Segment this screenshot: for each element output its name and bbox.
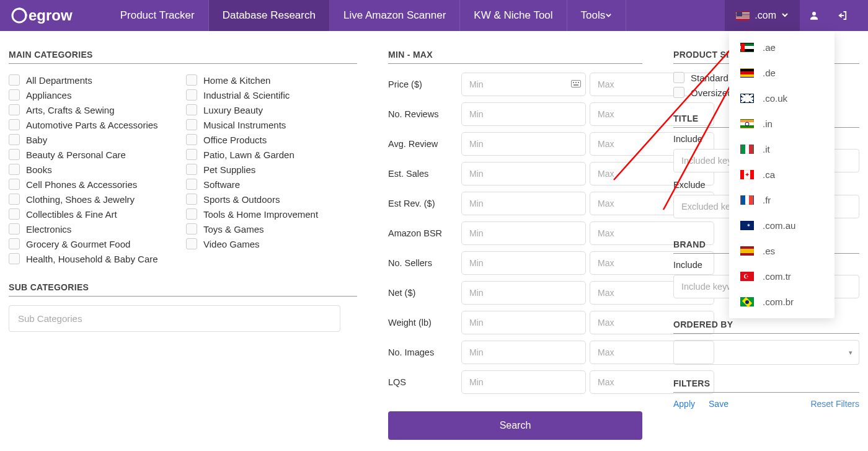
category-checkbox-item[interactable]: Sports & Outdoors — [186, 192, 357, 207]
nav-item[interactable]: Tools — [567, 0, 627, 31]
category-checkbox-item[interactable]: Office Products — [186, 132, 357, 147]
minmax-row: Weight (lb) — [388, 311, 642, 334]
min-input[interactable] — [461, 192, 586, 215]
checkbox-icon — [9, 149, 20, 160]
category-checkbox-item[interactable]: Tools & Home Improvement — [186, 207, 357, 221]
min-input[interactable] — [461, 102, 586, 126]
minmax-row: No. Reviews — [388, 102, 642, 126]
minmax-label: No. Images — [388, 347, 456, 357]
ordered-by-select[interactable]: ▾ — [673, 340, 859, 365]
minmax-label: Avg. Review — [388, 139, 456, 149]
checkbox-icon — [673, 87, 684, 98]
domain-option[interactable]: .it — [729, 136, 835, 162]
min-input[interactable] — [461, 370, 586, 394]
checkbox-icon — [9, 89, 20, 100]
category-checkbox-item[interactable]: Books — [9, 162, 180, 177]
domain-option-label: .co.uk — [763, 93, 787, 104]
domain-selector[interactable]: .com — [725, 0, 800, 31]
min-input[interactable] — [461, 251, 586, 275]
min-input[interactable] — [461, 132, 586, 156]
checkbox-icon — [673, 72, 684, 83]
minmax-label: Est. Sales — [388, 169, 456, 179]
checkbox-icon — [9, 74, 20, 86]
checkbox-icon — [9, 104, 20, 115]
domain-option[interactable]: .es — [729, 238, 835, 264]
category-checkbox-item[interactable]: Collectibles & Fine Art — [9, 207, 180, 221]
category-checkbox-item[interactable]: Toys & Games — [186, 221, 357, 236]
domain-option-label: .ca — [763, 169, 775, 180]
save-filters-link[interactable]: Save — [709, 399, 728, 409]
category-checkbox-item[interactable]: Baby — [9, 132, 180, 147]
category-checkbox-item[interactable]: All Departments — [9, 73, 180, 87]
category-checkbox-item[interactable]: Health, Household & Baby Care — [9, 251, 180, 266]
checkbox-icon — [9, 134, 20, 145]
flag-in-icon — [740, 119, 754, 128]
min-input[interactable] — [461, 73, 586, 96]
checkbox-icon — [186, 238, 197, 249]
category-label: Industrial & Scientific — [203, 90, 290, 100]
category-label: Pet Supplies — [203, 164, 255, 175]
minmax-row: Avg. Review — [388, 132, 642, 156]
min-input[interactable] — [461, 341, 586, 364]
min-input[interactable] — [461, 311, 586, 334]
checkbox-icon — [186, 208, 197, 220]
category-checkbox-item[interactable]: Appliances — [9, 87, 180, 102]
category-checkbox-item[interactable]: Automotive Parts & Accessories — [9, 117, 180, 132]
category-checkbox-item[interactable]: Pet Supplies — [186, 162, 357, 177]
logout-button[interactable] — [828, 0, 857, 31]
nav-item[interactable]: KW & Niche Tool — [460, 0, 567, 31]
domain-option[interactable]: .ae — [729, 35, 835, 60]
category-checkbox-item[interactable]: Software — [186, 177, 357, 192]
domain-option[interactable]: .in — [729, 111, 835, 136]
domain-dropdown: .ae.de.co.uk.in.it.ca.fr.com.au.es.com.t… — [729, 31, 835, 318]
category-label: Health, Household & Baby Care — [26, 254, 158, 264]
checkbox-icon — [186, 104, 197, 115]
category-label: Video Games — [203, 239, 260, 249]
category-checkbox-item[interactable]: Cell Phones & Accessories — [9, 177, 180, 192]
category-label: Arts, Crafts & Sewing — [26, 105, 115, 115]
domain-option[interactable]: .com.br — [729, 289, 835, 315]
category-checkbox-item[interactable]: Grocery & Gourmet Food — [9, 236, 180, 251]
minmax-label: No. Reviews — [388, 109, 456, 119]
min-input[interactable] — [461, 162, 586, 185]
category-checkbox-item[interactable]: Industrial & Scientific — [186, 87, 357, 102]
category-checkbox-item[interactable]: Electronics — [9, 221, 180, 236]
chevron-down-icon — [781, 10, 789, 21]
checkbox-icon — [9, 119, 20, 130]
nav-item[interactable]: Live Amazon Scanner — [330, 0, 460, 31]
flag-us-icon — [736, 11, 750, 20]
checkbox-icon — [186, 89, 197, 100]
min-input[interactable] — [461, 221, 586, 245]
apply-filters-link[interactable]: Apply — [673, 399, 695, 409]
min-input[interactable] — [461, 281, 586, 305]
category-checkbox-item[interactable]: Arts, Crafts & Sewing — [9, 102, 180, 117]
checkbox-icon — [9, 179, 20, 190]
domain-option[interactable]: .de — [729, 60, 835, 86]
search-button[interactable]: Search — [388, 411, 642, 440]
domain-option[interactable]: .co.uk — [729, 86, 835, 111]
category-checkbox-item[interactable]: Musical Instruments — [186, 117, 357, 132]
minmax-row: Est. Sales — [388, 162, 642, 185]
user-account-button[interactable] — [800, 0, 828, 31]
domain-option-label: .ae — [763, 42, 776, 53]
minmax-title: MIN - MAX — [388, 50, 642, 64]
subcategories-input[interactable] — [9, 305, 340, 332]
category-checkbox-item[interactable]: Video Games — [186, 236, 357, 251]
domain-option-label: .com.tr — [763, 271, 791, 282]
minmax-label: No. Sellers — [388, 258, 456, 268]
category-checkbox-item[interactable]: Luxury Beauty — [186, 102, 357, 117]
domain-option[interactable]: .fr — [729, 187, 835, 213]
domain-option[interactable]: .com.tr — [729, 264, 835, 289]
category-checkbox-item[interactable]: Patio, Lawn & Garden — [186, 147, 357, 162]
nav-item[interactable]: Database Research — [209, 0, 330, 31]
category-checkbox-item[interactable]: Beauty & Personal Care — [9, 147, 180, 162]
category-checkbox-item[interactable]: Home & Kitchen — [186, 73, 357, 87]
category-checkbox-item[interactable]: Clothing, Shoes & Jewelry — [9, 192, 180, 207]
category-label: Automotive Parts & Accessories — [26, 120, 158, 130]
domain-option[interactable]: .com.au — [729, 213, 835, 238]
minmax-label: Price ($) — [388, 79, 456, 89]
reset-filters-link[interactable]: Reset Filters — [810, 399, 859, 409]
brand-logo[interactable]: egrow — [11, 7, 73, 24]
nav-item[interactable]: Product Tracker — [107, 0, 209, 31]
domain-option[interactable]: .ca — [729, 162, 835, 187]
